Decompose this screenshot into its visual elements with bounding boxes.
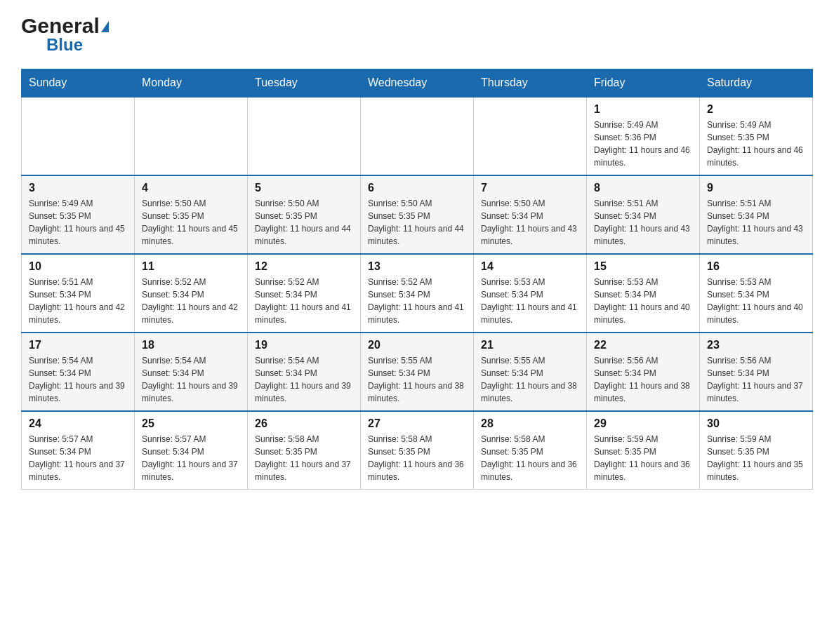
day-info: Sunrise: 5:59 AMSunset: 5:35 PMDaylight:… xyxy=(594,433,692,483)
day-number: 4 xyxy=(142,182,240,194)
day-number: 15 xyxy=(594,260,692,273)
calendar-day-cell: 7Sunrise: 5:50 AMSunset: 5:34 PMDaylight… xyxy=(474,175,587,254)
calendar-day-cell: 10Sunrise: 5:51 AMSunset: 5:34 PMDayligh… xyxy=(22,254,135,333)
day-number: 24 xyxy=(29,417,127,430)
day-number: 17 xyxy=(29,339,127,351)
col-friday: Friday xyxy=(587,69,700,98)
day-info: Sunrise: 5:52 AMSunset: 5:34 PMDaylight:… xyxy=(142,276,240,326)
calendar-day-cell: 11Sunrise: 5:52 AMSunset: 5:34 PMDayligh… xyxy=(135,254,248,333)
day-number: 9 xyxy=(707,182,805,194)
calendar-day-cell: 20Sunrise: 5:55 AMSunset: 5:34 PMDayligh… xyxy=(361,333,474,411)
day-info: Sunrise: 5:57 AMSunset: 5:34 PMDaylight:… xyxy=(29,433,127,483)
calendar-day-cell xyxy=(361,97,474,175)
calendar-week-row: 17Sunrise: 5:54 AMSunset: 5:34 PMDayligh… xyxy=(22,333,813,411)
calendar-table: Sunday Monday Tuesday Wednesday Thursday… xyxy=(21,69,813,490)
calendar-day-cell: 14Sunrise: 5:53 AMSunset: 5:34 PMDayligh… xyxy=(474,254,587,333)
day-info: Sunrise: 5:50 AMSunset: 5:35 PMDaylight:… xyxy=(368,197,466,248)
calendar-day-cell xyxy=(474,97,587,175)
calendar-day-cell xyxy=(22,97,135,175)
calendar-day-cell: 27Sunrise: 5:58 AMSunset: 5:35 PMDayligh… xyxy=(361,411,474,490)
calendar-day-cell: 17Sunrise: 5:54 AMSunset: 5:34 PMDayligh… xyxy=(22,333,135,411)
calendar-day-cell: 9Sunrise: 5:51 AMSunset: 5:34 PMDaylight… xyxy=(700,175,813,254)
day-number: 12 xyxy=(255,260,353,273)
day-info: Sunrise: 5:53 AMSunset: 5:34 PMDaylight:… xyxy=(594,276,692,326)
calendar-day-cell xyxy=(135,97,248,175)
logo-blue-text: Blue xyxy=(46,35,83,55)
day-info: Sunrise: 5:49 AMSunset: 5:35 PMDaylight:… xyxy=(29,197,127,248)
day-info: Sunrise: 5:55 AMSunset: 5:34 PMDaylight:… xyxy=(368,354,466,405)
calendar-day-cell: 30Sunrise: 5:59 AMSunset: 5:35 PMDayligh… xyxy=(700,411,813,490)
day-number: 29 xyxy=(594,417,692,430)
day-number: 23 xyxy=(707,339,805,351)
calendar-day-cell: 18Sunrise: 5:54 AMSunset: 5:34 PMDayligh… xyxy=(135,333,248,411)
calendar-day-cell: 22Sunrise: 5:56 AMSunset: 5:34 PMDayligh… xyxy=(587,333,700,411)
col-thursday: Thursday xyxy=(474,69,587,98)
calendar-day-cell: 16Sunrise: 5:53 AMSunset: 5:34 PMDayligh… xyxy=(700,254,813,333)
calendar-day-cell: 12Sunrise: 5:52 AMSunset: 5:34 PMDayligh… xyxy=(248,254,361,333)
day-number: 8 xyxy=(594,182,692,194)
day-info: Sunrise: 5:51 AMSunset: 5:34 PMDaylight:… xyxy=(707,197,805,248)
day-number: 7 xyxy=(481,182,579,194)
day-info: Sunrise: 5:50 AMSunset: 5:35 PMDaylight:… xyxy=(142,197,240,248)
calendar-day-cell: 19Sunrise: 5:54 AMSunset: 5:34 PMDayligh… xyxy=(248,333,361,411)
day-number: 16 xyxy=(707,260,805,273)
day-number: 27 xyxy=(368,417,466,430)
calendar-week-row: 1Sunrise: 5:49 AMSunset: 5:36 PMDaylight… xyxy=(22,97,813,175)
day-info: Sunrise: 5:49 AMSunset: 5:36 PMDaylight:… xyxy=(594,119,692,169)
day-number: 14 xyxy=(481,260,579,273)
calendar-day-cell: 6Sunrise: 5:50 AMSunset: 5:35 PMDaylight… xyxy=(361,175,474,254)
day-info: Sunrise: 5:54 AMSunset: 5:34 PMDaylight:… xyxy=(255,354,353,405)
day-number: 21 xyxy=(481,339,579,351)
logo-arrow-icon xyxy=(101,21,109,32)
day-number: 6 xyxy=(368,182,466,194)
col-tuesday: Tuesday xyxy=(248,69,361,98)
col-sunday: Sunday xyxy=(22,69,135,98)
day-info: Sunrise: 5:58 AMSunset: 5:35 PMDaylight:… xyxy=(255,433,353,483)
logo: General Blue xyxy=(21,14,109,55)
day-info: Sunrise: 5:55 AMSunset: 5:34 PMDaylight:… xyxy=(481,354,579,405)
calendar-day-cell: 24Sunrise: 5:57 AMSunset: 5:34 PMDayligh… xyxy=(22,411,135,490)
day-info: Sunrise: 5:58 AMSunset: 5:35 PMDaylight:… xyxy=(368,433,466,483)
day-info: Sunrise: 5:57 AMSunset: 5:34 PMDaylight:… xyxy=(142,433,240,483)
calendar-day-cell: 21Sunrise: 5:55 AMSunset: 5:34 PMDayligh… xyxy=(474,333,587,411)
col-saturday: Saturday xyxy=(700,69,813,98)
day-number: 5 xyxy=(255,182,353,194)
day-number: 20 xyxy=(368,339,466,351)
day-info: Sunrise: 5:58 AMSunset: 5:35 PMDaylight:… xyxy=(481,433,579,483)
day-info: Sunrise: 5:56 AMSunset: 5:34 PMDaylight:… xyxy=(707,354,805,405)
calendar-header-row: Sunday Monday Tuesday Wednesday Thursday… xyxy=(22,69,813,98)
day-info: Sunrise: 5:50 AMSunset: 5:34 PMDaylight:… xyxy=(481,197,579,248)
col-wednesday: Wednesday xyxy=(361,69,474,98)
calendar-day-cell: 29Sunrise: 5:59 AMSunset: 5:35 PMDayligh… xyxy=(587,411,700,490)
day-number: 3 xyxy=(29,182,127,194)
day-number: 19 xyxy=(255,339,353,351)
day-info: Sunrise: 5:49 AMSunset: 5:35 PMDaylight:… xyxy=(707,119,805,169)
day-info: Sunrise: 5:56 AMSunset: 5:34 PMDaylight:… xyxy=(594,354,692,405)
day-number: 11 xyxy=(142,260,240,273)
calendar-day-cell: 5Sunrise: 5:50 AMSunset: 5:35 PMDaylight… xyxy=(248,175,361,254)
day-info: Sunrise: 5:54 AMSunset: 5:34 PMDaylight:… xyxy=(142,354,240,405)
day-info: Sunrise: 5:50 AMSunset: 5:35 PMDaylight:… xyxy=(255,197,353,248)
day-number: 18 xyxy=(142,339,240,351)
day-info: Sunrise: 5:53 AMSunset: 5:34 PMDaylight:… xyxy=(707,276,805,326)
day-number: 26 xyxy=(255,417,353,430)
calendar-day-cell: 1Sunrise: 5:49 AMSunset: 5:36 PMDaylight… xyxy=(587,97,700,175)
day-info: Sunrise: 5:51 AMSunset: 5:34 PMDaylight:… xyxy=(594,197,692,248)
calendar-day-cell: 2Sunrise: 5:49 AMSunset: 5:35 PMDaylight… xyxy=(700,97,813,175)
day-info: Sunrise: 5:52 AMSunset: 5:34 PMDaylight:… xyxy=(255,276,353,326)
day-number: 2 xyxy=(707,103,805,116)
calendar-week-row: 10Sunrise: 5:51 AMSunset: 5:34 PMDayligh… xyxy=(22,254,813,333)
calendar-day-cell: 28Sunrise: 5:58 AMSunset: 5:35 PMDayligh… xyxy=(474,411,587,490)
logo-general-text: General xyxy=(21,14,100,38)
day-number: 1 xyxy=(594,103,692,116)
calendar-day-cell xyxy=(248,97,361,175)
day-number: 30 xyxy=(707,417,805,430)
day-number: 13 xyxy=(368,260,466,273)
day-number: 22 xyxy=(594,339,692,351)
calendar-day-cell: 13Sunrise: 5:52 AMSunset: 5:34 PMDayligh… xyxy=(361,254,474,333)
day-info: Sunrise: 5:59 AMSunset: 5:35 PMDaylight:… xyxy=(707,433,805,483)
calendar-day-cell: 8Sunrise: 5:51 AMSunset: 5:34 PMDaylight… xyxy=(587,175,700,254)
day-info: Sunrise: 5:53 AMSunset: 5:34 PMDaylight:… xyxy=(481,276,579,326)
calendar-day-cell: 23Sunrise: 5:56 AMSunset: 5:34 PMDayligh… xyxy=(700,333,813,411)
day-info: Sunrise: 5:54 AMSunset: 5:34 PMDaylight:… xyxy=(29,354,127,405)
